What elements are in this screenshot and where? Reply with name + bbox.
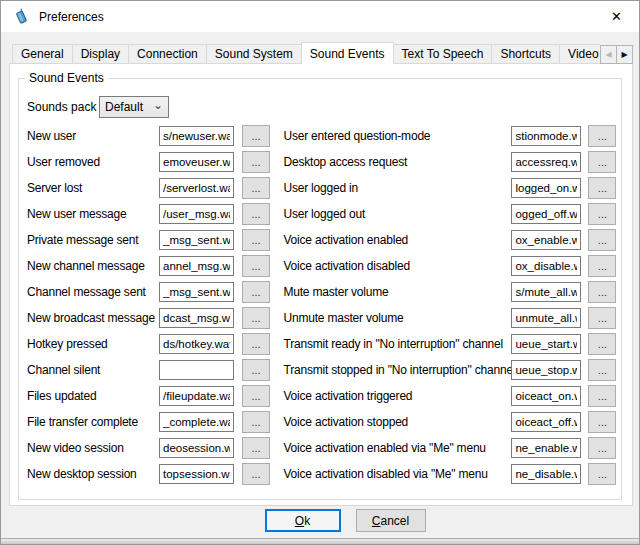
sound-event-row: Private message sent... [27, 227, 275, 253]
ok-button[interactable]: Ok [265, 509, 341, 532]
browse-button[interactable]: ... [242, 177, 270, 199]
sound-file-input[interactable] [159, 230, 234, 250]
browse-button[interactable]: ... [588, 203, 616, 225]
sound-event-label: User logged in [283, 181, 511, 195]
browse-button[interactable]: ... [242, 411, 270, 433]
tab-shortcuts[interactable]: Shortcuts [491, 44, 560, 64]
sound-file-input[interactable] [511, 204, 581, 224]
sound-event-row: Transmit ready in "No interruption" chan… [283, 331, 621, 357]
browse-button[interactable]: ... [242, 255, 270, 277]
tab-video[interactable]: Video [559, 44, 600, 64]
tab-sound-events[interactable]: Sound Events [301, 42, 394, 64]
browse-button[interactable]: ... [588, 411, 616, 433]
tab-scroll-right-icon[interactable]: ▶ [616, 45, 633, 64]
browse-button[interactable]: ... [588, 307, 616, 329]
browse-button[interactable]: ... [588, 255, 616, 277]
sound-file-input[interactable] [511, 178, 581, 198]
sound-file-input[interactable] [511, 438, 581, 458]
sound-event-row: Transmit stopped in "No interruption" ch… [283, 357, 621, 383]
sound-event-row: Hotkey pressed... [27, 331, 275, 357]
browse-button[interactable]: ... [242, 359, 270, 381]
sound-event-row: User removed... [27, 149, 275, 175]
sound-event-columns: New user... User removed... Server lost.… [27, 123, 621, 487]
sound-event-row: New broadcast message... [27, 305, 275, 331]
browse-button[interactable]: ... [588, 437, 616, 459]
sound-file-input[interactable] [511, 360, 581, 380]
tab-text-to-speech[interactable]: Text To Speech [393, 44, 493, 64]
tab-connection[interactable]: Connection [128, 44, 207, 64]
sound-event-label: New desktop session [27, 467, 159, 481]
sound-file-input[interactable] [159, 334, 234, 354]
browse-button[interactable]: ... [588, 359, 616, 381]
sound-event-label: File transfer complete [27, 415, 159, 429]
window-bottom-edge [1, 538, 639, 544]
browse-button[interactable]: ... [242, 307, 270, 329]
sound-file-input[interactable] [159, 464, 234, 484]
sound-event-label: Channel message sent [27, 285, 159, 299]
sound-file-input[interactable] [511, 412, 581, 432]
sound-file-input[interactable] [159, 386, 234, 406]
sound-file-input[interactable] [511, 308, 581, 328]
tab-scroll-left-icon[interactable]: ◀ [600, 45, 617, 64]
sound-file-input[interactable] [511, 386, 581, 406]
sound-event-label: User logged out [283, 207, 511, 221]
sound-file-input[interactable] [159, 126, 234, 146]
browse-button[interactable]: ... [242, 463, 270, 485]
cancel-button[interactable]: Cancel [356, 509, 426, 532]
sound-event-row: New channel message... [27, 253, 275, 279]
sound-file-input[interactable] [511, 334, 581, 354]
browse-button[interactable]: ... [242, 229, 270, 251]
tab-general[interactable]: General [12, 44, 73, 64]
sound-events-page: Sound Events Sounds pack Default ⌄ New u… [9, 63, 633, 506]
app-icon [13, 8, 30, 25]
sound-file-input[interactable] [159, 282, 234, 302]
sound-event-label: User entered question-mode [283, 129, 511, 143]
browse-button[interactable]: ... [588, 151, 616, 173]
browse-button[interactable]: ... [242, 203, 270, 225]
cancel-label-part: ancel [380, 514, 409, 528]
sound-event-row: User logged out... [283, 201, 621, 227]
sound-event-label: Channel silent [27, 363, 159, 377]
sound-event-label: Voice activation disabled [283, 259, 511, 273]
sound-event-row: Channel silent... [27, 357, 275, 383]
dialog-footer: Ok Cancel [1, 509, 639, 532]
sound-file-input[interactable] [511, 464, 581, 484]
browse-button[interactable]: ... [242, 333, 270, 355]
browse-button[interactable]: ... [588, 463, 616, 485]
sound-file-input[interactable] [159, 412, 234, 432]
browse-button[interactable]: ... [588, 281, 616, 303]
browse-button[interactable]: ... [588, 229, 616, 251]
sound-file-input[interactable] [511, 126, 581, 146]
close-icon[interactable]: ✕ [594, 1, 639, 32]
sound-file-input[interactable] [159, 204, 234, 224]
sound-event-row: Voice activation disabled via "Me" menu.… [283, 461, 621, 487]
sounds-pack-select[interactable]: Default ⌄ [99, 96, 169, 118]
browse-button[interactable]: ... [242, 281, 270, 303]
sound-file-input[interactable] [159, 308, 234, 328]
sounds-pack-row: Sounds pack Default ⌄ [27, 95, 621, 119]
sound-event-row: New video session... [27, 435, 275, 461]
sound-file-input[interactable] [159, 178, 234, 198]
browse-button[interactable]: ... [588, 177, 616, 199]
browse-button[interactable]: ... [242, 437, 270, 459]
sound-event-row: User entered question-mode... [283, 123, 621, 149]
sound-file-input[interactable] [511, 256, 581, 276]
sound-file-input[interactable] [511, 282, 581, 302]
tab-sound-system[interactable]: Sound System [206, 44, 302, 64]
sound-event-row: Desktop access request... [283, 149, 621, 175]
tab-display[interactable]: Display [72, 44, 129, 64]
browse-button[interactable]: ... [242, 385, 270, 407]
sound-event-label: User removed [27, 155, 159, 169]
sound-event-label: New user [27, 129, 159, 143]
browse-button[interactable]: ... [242, 151, 270, 173]
sound-file-input[interactable] [159, 256, 234, 276]
sound-file-input[interactable] [159, 438, 234, 458]
sound-file-input[interactable] [159, 360, 234, 380]
sound-file-input[interactable] [511, 230, 581, 250]
browse-button[interactable]: ... [588, 125, 616, 147]
browse-button[interactable]: ... [588, 333, 616, 355]
browse-button[interactable]: ... [588, 385, 616, 407]
browse-button[interactable]: ... [242, 125, 270, 147]
sound-file-input[interactable] [511, 152, 581, 172]
sound-file-input[interactable] [159, 152, 234, 172]
